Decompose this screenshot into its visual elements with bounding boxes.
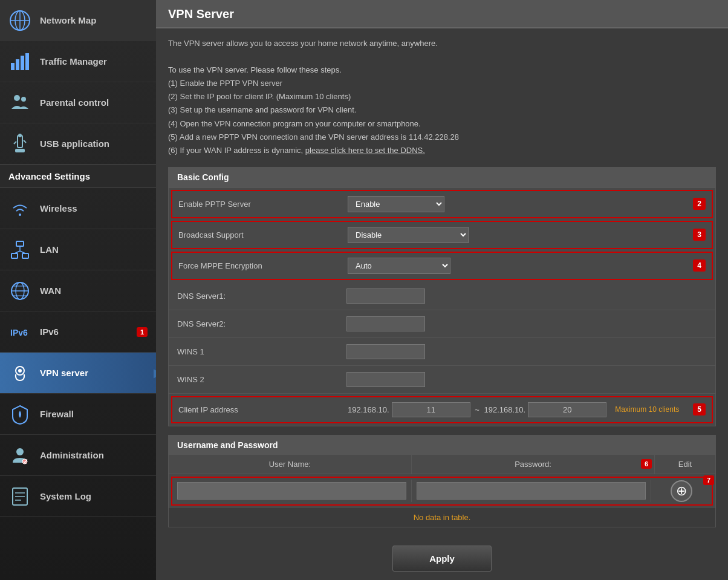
svg-point-8 [14, 95, 20, 101]
sidebar-label-wan: WAN [40, 285, 61, 296]
broadcast-support-select[interactable]: Disable Enable [348, 227, 469, 243]
desc-line-4: (1) Enable the PPTP VPN server [168, 79, 282, 88]
usb-icon [8, 132, 31, 155]
wins1-row: WINS 1 [169, 338, 715, 366]
enable-pptp-select[interactable]: Enable Disable [348, 196, 444, 212]
firewall-icon [8, 403, 31, 426]
up-section: Username and Password User Name: Passwor… [168, 435, 716, 527]
enable-pptp-control: Enable Disable [348, 196, 687, 212]
password-cell [412, 480, 651, 502]
advanced-settings-header: Advanced Settings [0, 165, 156, 188]
svg-rect-6 [21, 56, 24, 70]
sidebar-item-ipv6[interactable]: IPv6 IPv6 1 [0, 311, 156, 353]
badge-2: 2 [693, 198, 706, 210]
badge-4: 4 [693, 259, 706, 272]
sidebar-item-traffic-manager[interactable]: Traffic Manager [0, 41, 156, 82]
apply-button[interactable]: Apply [392, 546, 492, 572]
sidebar-label-usb-application: USB application [40, 138, 109, 149]
ip-separator: ~ [473, 405, 482, 414]
page-title: VPN Server [156, 0, 728, 28]
force-mppe-select[interactable]: Auto 40-bit 128-bit Disable [348, 258, 450, 274]
sidebar-item-system-log[interactable]: System Log [0, 476, 156, 517]
badge-7: 7 [703, 475, 714, 485]
svg-rect-4 [11, 63, 15, 70]
sidebar-label-system-log: System Log [40, 491, 91, 501]
svg-point-29 [18, 369, 22, 373]
add-user-button[interactable]: ⊕ [671, 480, 692, 502]
system-log-icon [8, 485, 31, 508]
max-clients-label: Maximum 10 clients [615, 405, 679, 414]
ip-end-input[interactable] [528, 402, 606, 417]
description-block: The VPN server allows you to access your… [168, 37, 716, 157]
sidebar-item-parental-control[interactable]: Parental control [0, 82, 156, 123]
network-map-icon [8, 9, 31, 32]
col-edit-label: Edit [678, 460, 692, 469]
sidebar-item-usb-application[interactable]: USB application [0, 123, 156, 165]
no-data-message: No data in table. [169, 508, 715, 527]
desc-line-7: (4) Open the VPN connection program on y… [168, 119, 421, 128]
basic-config-header: Basic Config [169, 168, 715, 187]
svg-rect-7 [25, 53, 29, 70]
edit-cell: ⊕ 7 [651, 478, 712, 504]
ip-start-input[interactable] [392, 402, 470, 417]
sidebar-item-lan[interactable]: LAN [0, 229, 156, 270]
sidebar-item-wireless[interactable]: Wireless [0, 188, 156, 229]
sidebar-label-traffic-manager: Traffic Manager [40, 56, 107, 67]
ip-prefix-end: 192.168.10. [484, 405, 526, 414]
sidebar-label-lan: LAN [40, 244, 59, 255]
wins2-row: WINS 2 [169, 366, 715, 394]
ipv6-badge: 1 [137, 327, 148, 337]
desc-line-9-pre: (6) If your WAN IP address is dynamic, [168, 146, 305, 155]
badge-3: 3 [693, 229, 706, 241]
client-ip-label: Client IP address [178, 405, 348, 414]
desc-line-5: (2) Set the IP pool for client IP. (Maxi… [168, 92, 351, 101]
sidebar-item-vpn-server[interactable]: VPN server [0, 353, 156, 394]
username-input[interactable] [177, 482, 406, 500]
dns-server2-input[interactable] [346, 316, 425, 331]
enable-pptp-label: Enable PPTP Server [178, 200, 348, 209]
force-mppe-label: Force MPPE Encryption [178, 261, 348, 270]
svg-rect-11 [15, 149, 25, 152]
svg-rect-5 [16, 59, 19, 70]
badge-6: 6 [641, 459, 652, 469]
password-input[interactable] [417, 482, 646, 500]
sidebar-item-wan[interactable]: WAN [0, 270, 156, 311]
administration-icon [8, 444, 31, 467]
force-mppe-control: Auto 40-bit 128-bit Disable [348, 258, 687, 274]
wins1-input[interactable] [346, 344, 425, 359]
sidebar-label-parental-control: Parental control [40, 97, 109, 108]
wins2-control [346, 372, 707, 387]
wins2-label: WINS 2 [177, 375, 346, 384]
desc-line-6: (3) Set up the username and password for… [168, 105, 356, 114]
wins1-control [346, 344, 707, 359]
up-table-header: User Name: Password: 6 Edit [169, 455, 715, 474]
col-password: Password: 6 [412, 455, 655, 474]
dns-server1-input[interactable] [346, 288, 425, 304]
ddns-link[interactable]: please click here to set the DDNS. [305, 146, 425, 155]
basic-config-section: Basic Config Enable PPTP Server Enable D… [168, 167, 716, 426]
sidebar: Network Map Traffic Manager Parental con… [0, 0, 156, 580]
desc-line-1: The VPN server allows you to access your… [168, 39, 438, 48]
svg-point-9 [21, 97, 26, 102]
client-ip-control: 192.168.10. ~ 192.168.10. Maximum 10 cli… [348, 402, 687, 417]
sidebar-item-firewall[interactable]: Firewall [0, 394, 156, 435]
ipv6-icon: IPv6 [8, 321, 31, 344]
desc-line-3: To use the VPN server. Please follow the… [168, 65, 342, 74]
main-content: VPN Server The VPN server allows you to … [156, 0, 728, 580]
username-cell [172, 480, 412, 502]
sidebar-item-administration[interactable]: Administration [0, 435, 156, 476]
broadcast-support-label: Broadcast Support [178, 230, 348, 239]
lan-icon [8, 238, 31, 261]
svg-line-14 [24, 140, 26, 143]
svg-point-12 [18, 134, 22, 137]
svg-rect-17 [11, 253, 18, 258]
wins1-label: WINS 1 [177, 347, 346, 356]
ip-prefix-start: 192.168.10. [348, 405, 389, 414]
col-edit: Edit [655, 455, 715, 474]
sidebar-item-network-map[interactable]: Network Map [0, 0, 156, 41]
dns-server1-row: DNS Server1: [169, 282, 715, 310]
client-ip-row: Client IP address 192.168.10. ~ 192.168.… [171, 396, 713, 423]
dns-server1-control [346, 288, 707, 304]
wins2-input[interactable] [346, 372, 425, 387]
dns-server2-row: DNS Server2: [169, 310, 715, 338]
